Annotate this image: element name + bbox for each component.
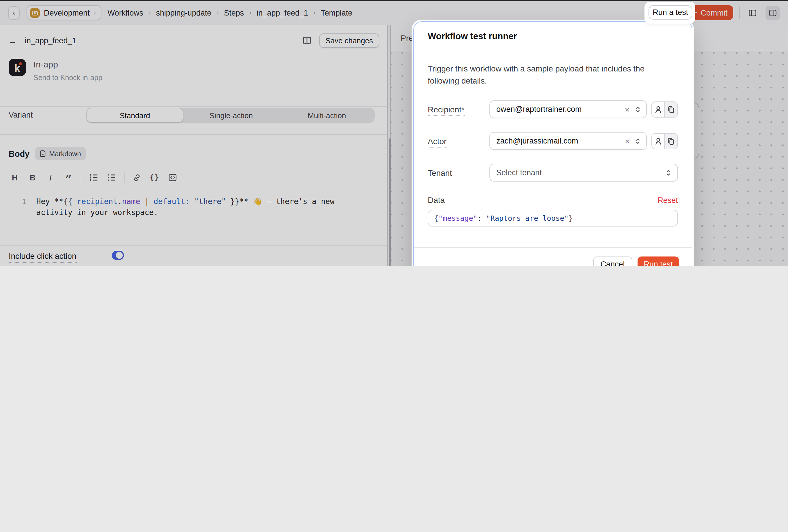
- reset-data-link[interactable]: Reset: [657, 196, 678, 204]
- actor-label: Actor: [428, 136, 489, 145]
- clear-recipient-icon[interactable]: ×: [625, 105, 629, 113]
- recipient-combobox[interactable]: owen@raptortrainer.com ×: [489, 100, 647, 118]
- data-json-input[interactable]: {"message": "Raptors are loose"}: [428, 210, 678, 226]
- recipient-row: Recipient* owen@raptortrainer.com ×: [428, 100, 678, 118]
- copy-recipient-button[interactable]: [665, 101, 678, 117]
- user-icon: [654, 137, 662, 145]
- copy-icon: [667, 137, 675, 145]
- copy-actor-button[interactable]: [665, 133, 678, 149]
- tenant-label: Tenant: [428, 168, 489, 177]
- recipient-value: owen@raptortrainer.com: [496, 105, 625, 114]
- data-label: Data: [428, 195, 489, 204]
- actor-row: Actor zach@jurassicmail.com ×: [428, 132, 678, 150]
- select-chevrons-icon: [635, 105, 641, 113]
- select-chevrons-icon: [635, 137, 641, 145]
- window-top-edge: [0, 0, 788, 1]
- view-recipient-user-button[interactable]: [651, 101, 665, 117]
- run-a-test-button[interactable]: Run a test: [649, 5, 692, 20]
- modal-title: Workflow test runner: [428, 31, 517, 41]
- view-actor-user-button[interactable]: [651, 133, 665, 149]
- data-section-header: Data Reset: [428, 195, 678, 204]
- copy-icon: [667, 105, 675, 113]
- select-chevrons-icon: [665, 169, 672, 177]
- modal-header: Workflow test runner: [414, 22, 692, 51]
- cancel-button[interactable]: Cancel: [593, 256, 632, 266]
- modal-footer: Cancel Run test: [414, 247, 692, 266]
- modal-description: Trigger this workflow with a sample payl…: [428, 63, 678, 87]
- recipient-label: Recipient*: [428, 105, 489, 114]
- tenant-row: Tenant Select tenant: [428, 164, 678, 181]
- clear-actor-icon[interactable]: ×: [625, 137, 629, 145]
- tenant-placeholder: Select tenant: [496, 168, 665, 177]
- actor-combobox[interactable]: zach@jurassicmail.com ×: [489, 132, 647, 150]
- workflow-test-runner-modal: Workflow test runner Trigger this workfl…: [413, 21, 692, 266]
- user-icon: [654, 105, 662, 113]
- app-window: ‹ Development › Workflows › shipping-upd…: [0, 0, 788, 266]
- actor-value: zach@jurassicmail.com: [496, 137, 625, 145]
- modal-body: Trigger this workflow with a sample payl…: [414, 51, 692, 226]
- run-test-button[interactable]: Run test: [637, 256, 679, 266]
- recipient-tools: [651, 101, 678, 117]
- tenant-select[interactable]: Select tenant: [489, 164, 678, 181]
- actor-tools: [651, 133, 678, 149]
